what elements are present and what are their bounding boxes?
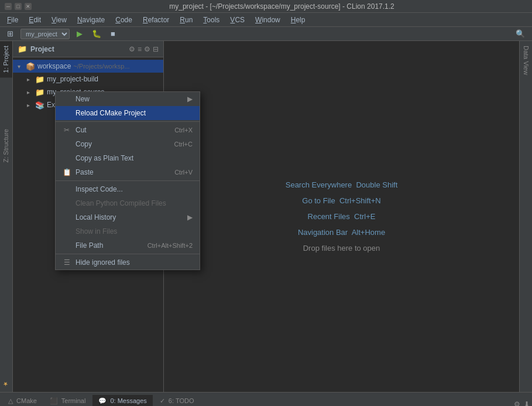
tree-item-build[interactable]: ▸ 📁 my_project-build [13, 73, 163, 86]
scroll-bottom-icon[interactable]: ⬇ [524, 400, 530, 406]
menu-vcs[interactable]: VCS [225, 15, 249, 25]
paste-shortcut: Ctrl+V [174, 169, 193, 176]
right-tab-panel: Data View [519, 41, 532, 392]
ctx-inspect[interactable]: Inspect Code... [56, 182, 200, 196]
expand-icon[interactable]: ≡ [138, 45, 142, 53]
ctx-sep-1 [56, 121, 200, 122]
bottom-panel-icons: ⚙ ⬇ [514, 400, 530, 406]
menu-file[interactable]: File [2, 15, 23, 25]
tab-data-view[interactable]: Data View [520, 41, 532, 80]
hide-icon: ☰ [63, 258, 71, 267]
stop-button[interactable]: ■ [108, 29, 118, 38]
ctx-show-files: Show in Files [56, 224, 200, 238]
maximize-button[interactable]: □ [15, 3, 22, 10]
gear-icon[interactable]: ⚙ [144, 45, 150, 53]
close-button[interactable]: ✕ [25, 3, 32, 10]
todo-icon: ✓ [160, 397, 165, 404]
grid-icon[interactable]: ⊞ [5, 29, 16, 38]
bottom-panel: △ CMake ⬛ Terminal 💬 0: Messages ✓ 6: TO… [0, 392, 532, 406]
filepath-shortcut: Ctrl+Alt+Shift+2 [147, 242, 193, 249]
context-menu: New ▶ Reload CMake Project ✂ Cut Ctrl+X … [55, 91, 200, 270]
ctx-clean-python: Clean Python Compiled Files [56, 196, 200, 210]
minimize-button[interactable]: ─ [5, 3, 12, 10]
tab-project[interactable]: 1: Project [0, 41, 12, 77]
project-panel-title: Project [30, 45, 54, 53]
goto-file-hint: Go to File Ctrl+Shift+N [302, 196, 380, 205]
window-controls[interactable]: ─ □ ✕ [5, 3, 32, 10]
menu-run[interactable]: Run [175, 15, 197, 25]
terminal-icon: ⬛ [50, 397, 58, 404]
left-tab-strip: 1: Project Z: Structure ★ [0, 41, 13, 392]
settings-bottom-icon[interactable]: ⚙ [514, 400, 520, 406]
recent-files-hint: Recent Files Ctrl+E [308, 212, 376, 221]
ctx-paste[interactable]: 📋 Paste Ctrl+V [56, 165, 200, 179]
cut-shortcut: Ctrl+X [174, 127, 193, 134]
menu-navigate[interactable]: Navigate [73, 15, 109, 25]
history-arrow-icon: ▶ [187, 213, 193, 221]
ctx-sep-3 [56, 254, 200, 254]
toolbar: ⊞ my_project ▶ 🐛 ■ 🔍 [0, 27, 532, 41]
tab-favorites[interactable]: ★ [0, 376, 12, 392]
ctx-cut[interactable]: ✂ Cut Ctrl+X [56, 123, 200, 137]
menu-help[interactable]: Help [286, 15, 310, 25]
cut-icon: ✂ [63, 126, 71, 134]
tab-terminal[interactable]: ⬛ Terminal [44, 395, 91, 406]
tab-structure[interactable]: Z: Structure [0, 124, 12, 167]
project-panel-header: 📁 Project ⚙ ≡ ⚙ ⊟ [13, 41, 163, 57]
menu-code[interactable]: Code [111, 15, 137, 25]
ctx-sep-2 [56, 180, 200, 181]
menu-window[interactable]: Window [250, 15, 285, 25]
title-bar: ─ □ ✕ my_project - [~/Projects/workspace… [0, 0, 532, 13]
ctx-new[interactable]: New ▶ [56, 92, 200, 106]
search-everywhere-hint: Search Everywhere Double Shift [286, 180, 398, 189]
paste-icon: 📋 [63, 168, 71, 176]
ctx-file-path[interactable]: File Path Ctrl+Alt+Shift+2 [56, 238, 200, 253]
editor-area: Search Everywhere Double Shift Go to Fil… [164, 41, 519, 392]
ctx-reload-cmake[interactable]: Reload CMake Project [56, 106, 200, 120]
menu-edit[interactable]: Edit [24, 15, 46, 25]
ctx-copy-plain[interactable]: Copy as Plain Text [56, 151, 200, 165]
menu-view[interactable]: View [47, 15, 71, 25]
run-config-select[interactable]: my_project [20, 29, 70, 39]
menu-refactor[interactable]: Refactor [138, 15, 174, 25]
cmake-icon: △ [8, 397, 13, 404]
close-panel-icon[interactable]: ⊟ [153, 45, 159, 53]
settings-icon[interactable]: ⚙ [129, 45, 135, 53]
panel-icons: ⚙ ≡ ⚙ ⊟ [129, 45, 159, 53]
messages-icon: 💬 [98, 397, 107, 404]
run-button[interactable]: ▶ [74, 29, 85, 38]
ctx-local-history[interactable]: Local History ▶ [56, 210, 200, 224]
menu-tools[interactable]: Tools [198, 15, 224, 25]
search-everywhere-icon[interactable]: 🔍 [513, 29, 527, 38]
window-title: my_project - [~/Projects/workspace/my_pr… [36, 2, 527, 11]
debug-button[interactable]: 🐛 [90, 29, 104, 38]
tab-cmake[interactable]: △ CMake [2, 395, 43, 406]
menu-bar: File Edit View Navigate Code Refactor Ru… [0, 13, 532, 27]
tab-todo[interactable]: ✓ 6: TODO [154, 395, 200, 406]
copy-shortcut: Ctrl+C [174, 141, 193, 148]
tab-messages[interactable]: 💬 0: Messages [92, 395, 152, 406]
ctx-hide-ignored[interactable]: ☰ Hide ignored files [56, 255, 200, 269]
drop-files-hint: Drop files here to open [303, 244, 380, 253]
navigation-bar-hint: Navigation Bar Alt+Home [298, 228, 385, 237]
bottom-tab-strip: △ CMake ⬛ Terminal 💬 0: Messages ✓ 6: TO… [0, 393, 532, 406]
ctx-copy[interactable]: Copy Ctrl+C [56, 137, 200, 151]
new-arrow-icon: ▶ [187, 95, 193, 103]
tree-item-workspace[interactable]: ▾ 📦 workspace ~/Projects/worksp... [13, 60, 163, 73]
